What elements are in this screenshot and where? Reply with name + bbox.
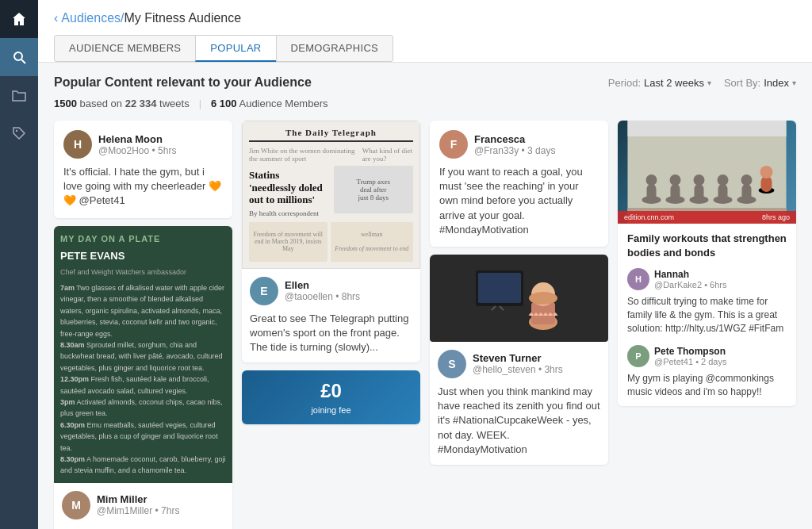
user-handle: @Mim1Miller • 7hrs: [97, 505, 224, 516]
svg-point-19: [670, 174, 681, 186]
stats-bar: 1500 based on 22 334 tweets | 6 100 Audi…: [54, 98, 796, 109]
period-label: Period:: [608, 77, 641, 89]
cnn-image: edition.cnn.com 8hrs ago: [618, 121, 796, 224]
sidebar-search[interactable]: [0, 38, 38, 76]
svg-rect-24: [718, 184, 728, 201]
page-header: ‹ Audiences/ My Fitness Audience AUDIENC…: [38, 0, 812, 63]
svg-rect-27: [742, 184, 752, 201]
card-user: M Mim Miller @Mim1Miller • 7hrs: [62, 491, 224, 519]
user-name: Steven Turner: [473, 352, 600, 364]
svg-rect-12: [628, 121, 787, 136]
gif-image: [430, 255, 608, 342]
tab-demographics[interactable]: DEMOGRAPHICS: [276, 35, 394, 62]
user-name-2: Pete Thompson: [654, 346, 726, 357]
user-name: Helena Moon: [98, 133, 223, 145]
sort-dropdown[interactable]: Sort By: Index ▾: [724, 77, 796, 89]
user-name: Francesca: [474, 133, 599, 145]
newspaper-image: The Daily Telegraph Jim White on the wom…: [242, 121, 420, 269]
user-handle: @DarKake2 • 6hrs: [654, 280, 726, 289]
avatar: P: [627, 345, 649, 367]
svg-rect-18: [671, 184, 680, 201]
user-handle: @Moo2Hoo • 5hrs: [98, 145, 223, 156]
svg-rect-21: [695, 184, 704, 201]
user-info: Hannah @DarKake2 • 6hrs: [654, 269, 726, 289]
avatar: S: [438, 350, 466, 378]
period-value: Last 2 weeks: [644, 77, 704, 89]
card-user: E Ellen @taooellen • 8hrs: [250, 277, 412, 305]
user-info: Pete Thompson @Petet41 • 2 days: [654, 346, 726, 366]
content-area: Popular Content relevant to your Audienc…: [38, 63, 812, 529]
card-user-pete: P Pete Thompson @Petet41 • 2 days: [627, 345, 787, 367]
card-telegraph: The Daily Telegraph Jim White on the wom…: [242, 121, 420, 362]
svg-line-1: [21, 59, 25, 63]
tweet-text: Great to see The Telegraph putting women…: [250, 312, 412, 355]
tab-audience-members[interactable]: AUDIENCE MEMBERS: [54, 35, 196, 62]
breadcrumb-audiences-link[interactable]: Audiences/: [61, 11, 124, 25]
sidebar-home[interactable]: [0, 0, 38, 38]
user-name: Ellen: [285, 279, 412, 291]
controls: Period: Last 2 weeks ▾ Sort By: Index ▾: [608, 77, 796, 89]
tweet-text: So difficult trying to make time for fam…: [627, 295, 787, 335]
user-name: Hannah: [654, 269, 726, 280]
content-columns: H Helena Moon @Moo2Hoo • 5hrs It's offic…: [54, 121, 796, 529]
tweet-text: If you want to reach a goal, you must 's…: [439, 165, 599, 237]
user-handle: @taooellen • 8hrs: [285, 291, 412, 302]
sidebar-tag[interactable]: [0, 114, 38, 152]
card-plate: MY DAY ON A PLATE PETE EVANS Chef and We…: [54, 226, 232, 529]
column-0: H Helena Moon @Moo2Hoo • 5hrs It's offic…: [54, 121, 232, 529]
column-1: The Daily Telegraph Jim White on the wom…: [242, 121, 420, 424]
card-ellen: E Ellen @taooellen • 8hrs Great to see T…: [242, 269, 420, 363]
card-helena-moon: H Helena Moon @Moo2Hoo • 5hrs It's offic…: [54, 121, 232, 218]
user-info: Helena Moon @Moo2Hoo • 5hrs: [98, 133, 223, 156]
joining-image: £0 joining fee: [242, 370, 420, 424]
sort-value: Index: [764, 77, 789, 89]
tab-group: AUDIENCE MEMBERS POPULAR DEMOGRAPHICS: [54, 35, 796, 62]
avatar: H: [627, 268, 649, 290]
cnn-source: edition.cnn.com: [624, 213, 674, 221]
section-title: Popular Content relevant to your Audienc…: [54, 75, 312, 90]
card-user: F Francesca @Fran33y • 3 days: [439, 130, 599, 159]
user-name: Mim Miller: [97, 493, 224, 505]
cnn-body: Family workouts that strengthen bodies a…: [618, 224, 796, 406]
results-count: 1500 based on 22 334 tweets: [54, 98, 190, 109]
period-dropdown[interactable]: Period: Last 2 weeks ▾: [608, 77, 711, 89]
audience-count: 6 100 Audience Members: [211, 98, 327, 109]
stats-divider: |: [199, 98, 201, 109]
period-chevron: ▾: [707, 79, 711, 87]
user-info: Mim Miller @Mim1Miller • 7hrs: [97, 493, 224, 516]
tweet-text-2: My gym is playing @commonkings music vid…: [627, 372, 787, 399]
sidebar-folder[interactable]: [0, 76, 38, 114]
svg-point-10: [529, 292, 557, 305]
tab-popular[interactable]: POPULAR: [195, 35, 276, 62]
user-handle-2: @Petet41 • 2 days: [654, 357, 726, 366]
tweet-text: It's official. I hate the gym, but i lov…: [63, 165, 223, 209]
fee-text: joining fee: [251, 405, 411, 415]
popular-header: Popular Content relevant to your Audienc…: [54, 75, 796, 90]
svg-line-6: [500, 306, 504, 310]
card-user: H Helena Moon @Moo2Hoo • 5hrs: [63, 130, 223, 159]
plate-image: MY DAY ON A PLATE PETE EVANS Chef and We…: [54, 226, 232, 483]
avatar: M: [62, 491, 90, 519]
avatar: H: [63, 130, 92, 159]
back-button[interactable]: ‹: [54, 11, 58, 25]
card-user-area: S Steven Turner @hello_steven • 3hrs Jus…: [430, 342, 608, 465]
card-mim-miller: M Mim Miller @Mim1Miller • 7hrs: [54, 483, 232, 529]
sidebar: [0, 0, 38, 529]
avatar: F: [439, 130, 468, 159]
svg-point-25: [718, 174, 729, 186]
user-info: Ellen @taooellen • 8hrs: [285, 279, 412, 302]
sort-chevron: ▾: [792, 79, 796, 87]
svg-point-16: [646, 174, 657, 186]
fee-amount: £0: [251, 380, 411, 402]
breadcrumb: ‹ Audiences/ My Fitness Audience: [54, 11, 796, 25]
svg-point-28: [741, 174, 753, 186]
tweet-text: Just when you think mankind may have rea…: [438, 385, 600, 457]
main-content: ‹ Audiences/ My Fitness Audience AUDIENC…: [38, 0, 812, 529]
svg-point-22: [694, 174, 705, 186]
card-joining-fee: £0 joining fee: [242, 370, 420, 424]
user-handle: @Fran33y • 3 days: [474, 145, 599, 156]
cnn-source-badge: edition.cnn.com 8hrs ago: [618, 211, 796, 224]
cnn-card: edition.cnn.com 8hrs ago Family workouts…: [618, 121, 796, 406]
card-francesca: F Francesca @Fran33y • 3 days If you wan…: [430, 121, 608, 247]
svg-point-31: [760, 166, 773, 178]
